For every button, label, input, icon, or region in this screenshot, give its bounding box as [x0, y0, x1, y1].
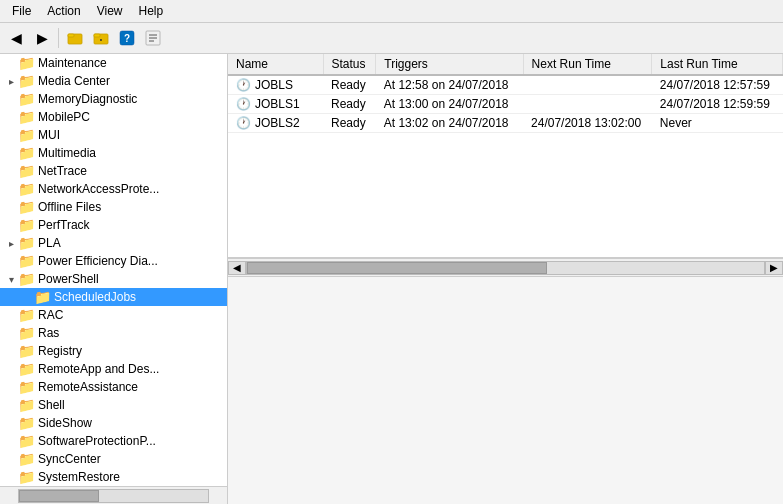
expand-btn-powershell[interactable]: ▾	[4, 272, 18, 286]
tree-label-sideshow: SideShow	[38, 416, 92, 430]
folder-icon-nettrace: 📁	[18, 163, 35, 179]
tree-label-power-efficiency-dia: Power Efficiency Dia...	[38, 254, 158, 268]
tree-label-mobile-pc: MobilePC	[38, 110, 90, 124]
menu-file[interactable]: File	[4, 2, 39, 20]
tree-item-system-restore[interactable]: 📁 SystemRestore	[0, 468, 227, 486]
folder-icon-scheduledjobs: 📁	[34, 289, 51, 305]
tree-label-maintenance: Maintenance	[38, 56, 107, 70]
folder-icon-rac: 📁	[18, 307, 35, 323]
tree-item-ras[interactable]: 📁 Ras	[0, 324, 227, 342]
tree-item-mobile-pc[interactable]: 📁 MobilePC	[0, 108, 227, 126]
tree-item-scheduledjobs[interactable]: 📁 ScheduledJobs	[0, 288, 227, 306]
job-icon-2: 🕐	[236, 116, 251, 130]
tree-item-network-access-prot[interactable]: 📁 NetworkAccessProte...	[0, 180, 227, 198]
table-row[interactable]: 🕐 JOBLS2 Ready At 13:02 on 24/07/2018 24…	[228, 114, 783, 133]
forward-button[interactable]: ▶	[30, 26, 54, 50]
tree-label-ras: Ras	[38, 326, 59, 340]
col-status[interactable]: Status	[323, 54, 376, 75]
menu-help[interactable]: Help	[131, 2, 172, 20]
tree-item-sync-center[interactable]: 📁 SyncCenter	[0, 450, 227, 468]
folder-icon-ras: 📁	[18, 325, 35, 341]
cell-last-run-1: 24/07/2018 12:59:59	[652, 95, 783, 114]
tree-item-sideshow[interactable]: 📁 SideShow	[0, 414, 227, 432]
folder-icon-perftrack: 📁	[18, 217, 35, 233]
folder-icon-multimedia: 📁	[18, 145, 35, 161]
tree-item-pla[interactable]: ▸ 📁 PLA	[0, 234, 227, 252]
tree-item-software-protection[interactable]: 📁 SoftwareProtectionP...	[0, 432, 227, 450]
tree-item-power-efficiency-dia[interactable]: 📁 Power Efficiency Dia...	[0, 252, 227, 270]
tree-hscroll[interactable]	[0, 486, 227, 504]
help-button[interactable]: ?	[115, 26, 139, 50]
tree-label-shell: Shell	[38, 398, 65, 412]
tree-item-remoteapp-des[interactable]: 📁 RemoteApp and Des...	[0, 360, 227, 378]
tree-label-offline-files: Offline Files	[38, 200, 101, 214]
cell-last-run-0: 24/07/2018 12:57:59	[652, 75, 783, 95]
folder-icon-remote-assistance: 📁	[18, 379, 35, 395]
folder-icon-remoteapp-des: 📁	[18, 361, 35, 377]
tree-item-registry[interactable]: 📁 Registry	[0, 342, 227, 360]
toolbar: ◀ ▶ • ?	[0, 23, 783, 54]
tree-item-powershell[interactable]: ▾ 📁 PowerShell	[0, 270, 227, 288]
tree-label-system-restore: SystemRestore	[38, 470, 120, 484]
tree-item-media-center[interactable]: ▸ 📁 Media Center	[0, 72, 227, 90]
cell-triggers-2: At 13:02 on 24/07/2018	[376, 114, 523, 133]
tree-label-sync-center: SyncCenter	[38, 452, 101, 466]
folder-icon-system-restore: 📁	[18, 469, 35, 485]
content-hscroll[interactable]: ◀ ▶	[228, 258, 783, 276]
table-row[interactable]: 🕐 JOBLS1 Ready At 13:00 on 24/07/2018 24…	[228, 95, 783, 114]
table-row[interactable]: 🕐 JOBLS Ready At 12:58 on 24/07/2018 24/…	[228, 75, 783, 95]
folder-icon-power-efficiency-dia: 📁	[18, 253, 35, 269]
tree-label-media-center: Media Center	[38, 74, 110, 88]
tree-label-nettrace: NetTrace	[38, 164, 87, 178]
folder-icon-registry: 📁	[18, 343, 35, 359]
tree-item-shell[interactable]: 📁 Shell	[0, 396, 227, 414]
expand-btn-pla[interactable]: ▸	[4, 236, 18, 250]
tree-item-maintenance[interactable]: 📁 Maintenance	[0, 54, 227, 72]
tree-item-remote-assistance[interactable]: 📁 RemoteAssistance	[0, 378, 227, 396]
tree-label-registry: Registry	[38, 344, 82, 358]
job-icon-0: 🕐	[236, 78, 251, 92]
tree-label-pla: PLA	[38, 236, 61, 250]
tree-item-mui[interactable]: 📁 MUI	[0, 126, 227, 144]
jobs-table: Name Status Triggers Next Run Time Last …	[228, 54, 783, 133]
tree-label-multimedia: Multimedia	[38, 146, 96, 160]
folder-icon-mobile-pc: 📁	[18, 109, 35, 125]
tree-item-rac[interactable]: 📁 RAC	[0, 306, 227, 324]
export-button[interactable]	[141, 26, 165, 50]
svg-text:?: ?	[124, 33, 130, 44]
folder2-button[interactable]: •	[89, 26, 113, 50]
folder1-button[interactable]	[63, 26, 87, 50]
folder-icon-pla: 📁	[18, 235, 35, 251]
tree-label-mui: MUI	[38, 128, 60, 142]
tree-item-memory-diagnostic[interactable]: 📁 MemoryDiagnostic	[0, 90, 227, 108]
folder-icon-offline-files: 📁	[18, 199, 35, 215]
folder-icon-software-protection: 📁	[18, 433, 35, 449]
menu-action[interactable]: Action	[39, 2, 88, 20]
col-last-run[interactable]: Last Run Time	[652, 54, 783, 75]
back-button[interactable]: ◀	[4, 26, 28, 50]
cell-name-1: 🕐 JOBLS1	[228, 95, 323, 114]
menu-view[interactable]: View	[89, 2, 131, 20]
tree-item-offline-files[interactable]: 📁 Offline Files	[0, 198, 227, 216]
cell-status-0: Ready	[323, 75, 376, 95]
tree-label-rac: RAC	[38, 308, 63, 322]
expand-btn-media-center[interactable]: ▸	[4, 74, 18, 88]
job-icon-1: 🕐	[236, 97, 251, 111]
tree-label-remoteapp-des: RemoteApp and Des...	[38, 362, 159, 376]
tree-item-nettrace[interactable]: 📁 NetTrace	[0, 162, 227, 180]
lower-pane	[228, 276, 783, 504]
tree-item-perftrack[interactable]: 📁 PerfTrack	[0, 216, 227, 234]
folder-icon-memory-diagnostic: 📁	[18, 91, 35, 107]
tree-item-multimedia[interactable]: 📁 Multimedia	[0, 144, 227, 162]
folder-icon-mui: 📁	[18, 127, 35, 143]
table-wrapper[interactable]: Name Status Triggers Next Run Time Last …	[228, 54, 783, 258]
cell-status-1: Ready	[323, 95, 376, 114]
col-name[interactable]: Name	[228, 54, 323, 75]
col-next-run[interactable]: Next Run Time	[523, 54, 652, 75]
tree-label-powershell: PowerShell	[38, 272, 99, 286]
col-triggers[interactable]: Triggers	[376, 54, 523, 75]
tree-label-network-access-prot: NetworkAccessProte...	[38, 182, 159, 196]
tree-pane[interactable]: 📁 Maintenance ▸ 📁 Media Center 📁 MemoryD…	[0, 54, 228, 504]
tree-label-perftrack: PerfTrack	[38, 218, 90, 232]
cell-triggers-0: At 12:58 on 24/07/2018	[376, 75, 523, 95]
